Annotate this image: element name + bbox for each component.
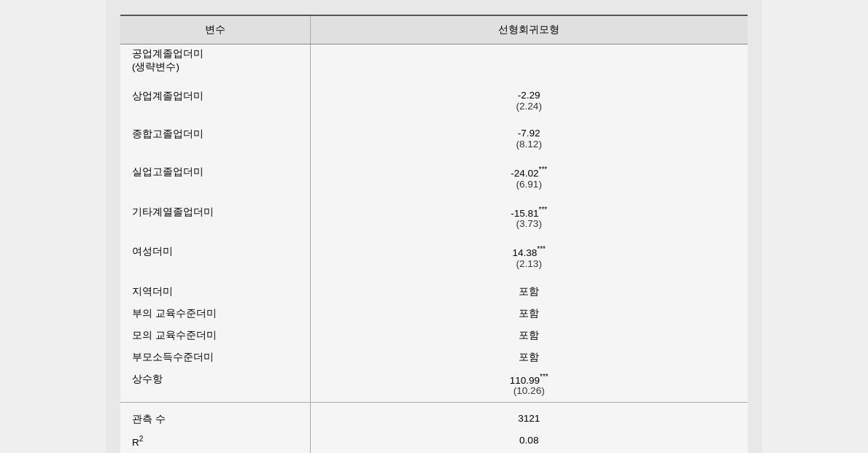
variable-cell: 상업계졸업더미 xyxy=(120,80,310,117)
value-cell: -2.29(2.24) xyxy=(310,80,748,117)
table-row: 상수항110.99***(10.26) xyxy=(120,370,748,403)
value-cell: 포함 xyxy=(310,275,748,304)
table-row: 공업계졸업더미(생략변수) xyxy=(120,44,748,80)
value-cell: -15.81***(3.73) xyxy=(310,195,748,236)
variable-cell: 공업계졸업더미(생략변수) xyxy=(120,44,310,80)
table-row: 상업계졸업더미-2.29(2.24) xyxy=(120,80,748,117)
table-row: 지역더미포함 xyxy=(120,275,748,304)
variable-cell: R2 xyxy=(120,432,310,453)
value-cell: 3121 xyxy=(310,403,748,433)
variable-cell: 지역더미 xyxy=(120,275,310,304)
table-row: 모의 교육수준더미포함 xyxy=(120,326,748,348)
value-cell: 포함 xyxy=(310,348,748,370)
value-cell: 0.08 xyxy=(310,432,748,453)
variable-cell: 관측 수 xyxy=(120,403,310,433)
table-container: 변수 선형회귀모형 공업계졸업더미(생략변수)상업계졸업더미-2.29(2.24… xyxy=(106,0,762,453)
col-header-variable: 변수 xyxy=(120,15,310,44)
variable-cell: 부모소득수준더미 xyxy=(120,348,310,370)
table-row: 여성더미14.38***(2.13) xyxy=(120,235,748,275)
table-row: 실업고졸업더미-24.02***(6.91) xyxy=(120,155,748,195)
regression-table: 변수 선형회귀모형 공업계졸업더미(생략변수)상업계졸업더미-2.29(2.24… xyxy=(120,15,748,453)
value-cell: -24.02***(6.91) xyxy=(310,155,748,195)
col-header-model: 선형회귀모형 xyxy=(310,15,748,44)
table-row: 기타계열졸업더미-15.81***(3.73) xyxy=(120,195,748,236)
table-row: 부모소득수준더미포함 xyxy=(120,348,748,370)
table-row: 부의 교육수준더미포함 xyxy=(120,304,748,326)
value-cell: 110.99***(10.26) xyxy=(310,370,748,403)
variable-cell: 여성더미 xyxy=(120,235,310,275)
value-cell: 포함 xyxy=(310,304,748,326)
table-row: 관측 수3121 xyxy=(120,403,748,433)
variable-cell: 모의 교육수준더미 xyxy=(120,326,310,348)
value-cell xyxy=(310,44,748,80)
value-cell: 14.38***(2.13) xyxy=(310,235,748,275)
value-cell: -7.92(8.12) xyxy=(310,117,748,155)
variable-cell: 부의 교육수준더미 xyxy=(120,304,310,326)
value-cell: 포함 xyxy=(310,326,748,348)
table-row: R20.08 xyxy=(120,432,748,453)
variable-cell: 상수항 xyxy=(120,370,310,403)
variable-cell: 기타계열졸업더미 xyxy=(120,195,310,236)
variable-cell: 실업고졸업더미 xyxy=(120,155,310,195)
variable-cell: 종합고졸업더미 xyxy=(120,117,310,155)
table-row: 종합고졸업더미-7.92(8.12) xyxy=(120,117,748,155)
